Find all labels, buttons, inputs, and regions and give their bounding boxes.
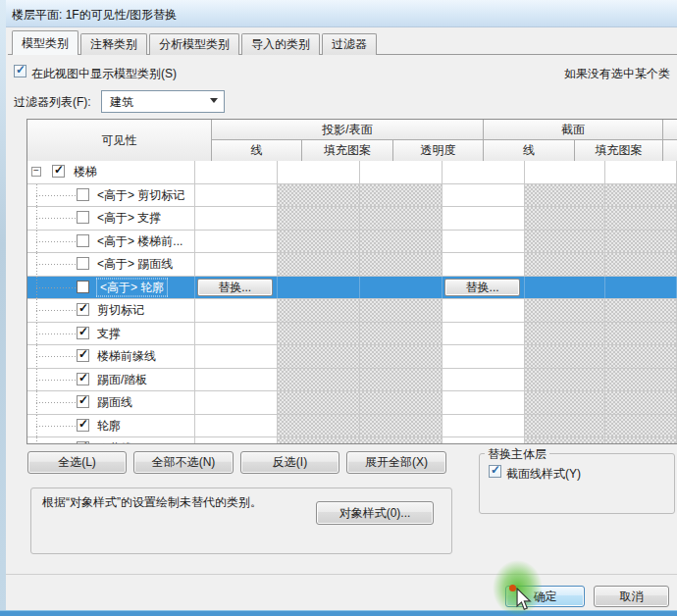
category-visibility-checkbox[interactable] [77,188,89,201]
table-row[interactable]: <高于> 剪切标记 [27,184,677,208]
table-cell[interactable] [525,369,605,391]
table-row[interactable]: 隐藏线 [27,437,677,443]
table-cell[interactable] [278,299,361,322]
table-cell[interactable] [360,323,443,345]
expand-all-button[interactable]: 展开全部(X) [346,451,446,474]
tab-filters[interactable]: 过滤器 [322,33,377,55]
table-cell[interactable] [525,345,605,368]
table-cell[interactable] [525,391,605,414]
category-visibility-checkbox[interactable] [77,327,89,339]
override-button[interactable]: 替换... [197,279,273,297]
category-visibility-checkbox[interactable] [77,257,89,270]
object-styles-button[interactable]: 对象样式(0)... [316,501,434,525]
table-cell[interactable] [278,369,361,391]
table-cell[interactable] [443,391,526,414]
table-cell[interactable] [443,345,526,368]
category-visibility-checkbox[interactable] [77,373,89,385]
table-row[interactable]: 支撑 [27,323,677,346]
table-cell[interactable] [525,207,605,230]
table-cell[interactable] [525,415,605,437]
table-cell[interactable] [605,277,677,299]
table-row[interactable]: <高于> 支撑 [27,207,677,231]
table-cell[interactable] [525,437,605,443]
table-cell[interactable] [443,415,526,437]
table-cell[interactable] [278,345,361,368]
table-cell[interactable] [605,253,677,276]
table-cell[interactable] [360,161,443,183]
table-cell[interactable] [360,277,443,299]
table-cell[interactable] [195,299,278,322]
table-cell[interactable] [195,161,278,183]
table-cell[interactable] [443,369,526,391]
tab-annotation-categories[interactable]: 注释类别 [80,33,147,55]
table-cell[interactable] [525,184,605,207]
table-cell[interactable] [195,437,278,443]
table-cell[interactable] [360,299,443,322]
table-cell[interactable] [443,231,526,253]
category-visibility-checkbox[interactable] [77,441,89,443]
table-row[interactable]: 踢面/踏板 [27,369,677,392]
table-cell[interactable] [360,184,443,207]
table-cell[interactable] [605,231,677,253]
table-cell[interactable] [525,231,605,253]
table-cell[interactable] [443,161,526,183]
filter-list-dropdown[interactable]: 建筑 [101,90,225,113]
table-cell[interactable] [605,391,677,414]
table-cell[interactable] [195,415,278,437]
table-cell[interactable] [525,299,605,322]
table-cell[interactable] [278,277,361,299]
table-cell[interactable] [605,299,677,322]
invert-selection-button[interactable]: 反选(I) [240,451,339,474]
table-row[interactable]: 楼梯 [27,161,677,184]
category-visibility-checkbox[interactable] [77,234,89,247]
table-cell[interactable] [525,323,605,345]
tab-analytical-model-categories[interactable]: 分析模型类别 [149,33,239,55]
cut-line-styles-checkbox[interactable] [489,465,501,478]
table-cell[interactable] [278,207,361,230]
table-row[interactable]: 踢面线 [27,391,677,415]
table-cell[interactable] [360,253,443,276]
category-visibility-checkbox[interactable] [77,395,89,408]
select-all-button[interactable]: 全选(L) [27,451,127,474]
table-row[interactable]: 楼梯前缘线 [27,345,677,369]
table-cell[interactable] [195,253,278,276]
table-cell[interactable] [360,231,443,253]
tree-collapse-icon[interactable] [31,167,41,177]
table-row[interactable]: 剪切标记 [27,299,677,323]
table-cell[interactable] [605,437,677,443]
table-cell[interactable] [278,231,361,253]
table-cell[interactable] [278,161,361,183]
category-visibility-checkbox[interactable] [52,165,65,178]
table-cell[interactable] [525,161,605,183]
table-cell[interactable] [605,345,677,368]
cancel-button[interactable]: 取消 [594,586,669,607]
table-cell[interactable] [278,323,361,345]
table-cell[interactable] [525,277,605,299]
table-cell[interactable] [195,369,278,391]
table-cell[interactable] [443,437,526,443]
table-cell[interactable] [195,184,278,207]
table-cell[interactable] [605,369,677,391]
table-cell[interactable] [360,207,443,230]
table-cell[interactable] [278,391,361,414]
table-row[interactable]: <高于> 楼梯前... [27,231,677,254]
table-cell[interactable] [443,253,526,276]
category-visibility-checkbox[interactable] [77,303,89,316]
table-cell[interactable]: 替换... [195,277,278,299]
table-cell[interactable] [278,184,361,207]
table-cell[interactable] [195,345,278,368]
table-cell[interactable] [195,391,278,414]
table-cell[interactable] [278,437,361,443]
select-none-button[interactable]: 全部不选(N) [133,451,234,474]
table-row[interactable]: <高于> 轮廓替换...替换... [27,277,677,300]
table-cell[interactable] [195,231,278,253]
table-cell[interactable] [443,323,526,345]
table-cell[interactable] [443,299,526,322]
show-model-categories-checkbox[interactable] [14,65,26,77]
table-cell[interactable] [360,391,443,414]
table-cell[interactable] [278,415,361,437]
table-cell[interactable] [605,415,677,437]
table-cell[interactable] [195,323,278,345]
table-cell[interactable] [360,369,443,391]
table-cell[interactable] [360,437,443,443]
